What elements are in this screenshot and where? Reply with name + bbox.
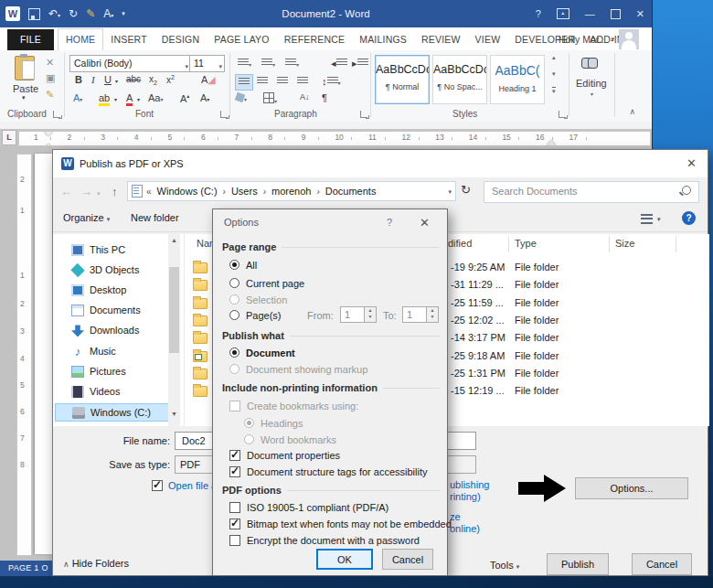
sidebar-item-desktop[interactable]: Desktop [55, 282, 169, 300]
vertical-ruler[interactable]: 2112345678 [16, 154, 32, 556]
justify-button[interactable] [297, 76, 308, 87]
underline-dropdown-icon[interactable]: ▾ [115, 78, 118, 84]
shading-icon[interactable]: ▾ [236, 92, 247, 103]
publish-button[interactable]: Publish [547, 553, 609, 575]
history-dropdown-icon[interactable]: ▾ [97, 190, 101, 198]
scroll-down-icon[interactable]: ▼ [168, 409, 180, 420]
grow-font-icon[interactable]: A▴ [180, 92, 189, 104]
sidebar-item-3d-objects[interactable]: 3D Objects [55, 262, 169, 280]
radio-pages[interactable]: Page(s) [229, 308, 282, 322]
horizontal-ruler[interactable]: 1234567891011121314151617 [18, 131, 651, 146]
tools-button[interactable]: Tools ▾ [490, 560, 519, 571]
italic-button[interactable]: I [91, 74, 95, 85]
sidebar-item-documents[interactable]: Documents [55, 302, 169, 320]
close-icon[interactable]: ✕ [686, 156, 697, 170]
tab-page-layo[interactable]: PAGE LAYO [207, 29, 276, 50]
breadcrumb-item[interactable]: Users [229, 186, 260, 197]
tab-review[interactable]: REVIEW [414, 29, 468, 50]
view-dropdown-icon[interactable]: ▾ [657, 212, 661, 223]
strikethrough-button[interactable]: abc [126, 74, 141, 84]
format-painter-icon[interactable]: ✎ [46, 89, 54, 101]
options-button[interactable]: Options... [575, 477, 688, 499]
font-size-combo[interactable]: 11▾ [189, 55, 225, 72]
styles-more-icon[interactable]: ▾ [552, 87, 556, 95]
address-dropdown-icon[interactable]: ▾ [448, 188, 452, 196]
sidebar-item-this-pc[interactable]: This PC [55, 241, 169, 260]
font-name-combo[interactable]: Calibri (Body)▾ [69, 55, 191, 72]
font-launcher-icon[interactable] [220, 111, 228, 118]
numbering-icon[interactable]: ▾ [261, 58, 275, 69]
change-case-icon[interactable]: Aa▾ [148, 92, 163, 103]
style-card-1[interactable]: AaBbCcDc¶ No Spac... [432, 55, 487, 104]
increase-indent-icon[interactable]: ▸ [352, 58, 368, 69]
view-options-icon[interactable] [641, 214, 653, 224]
shrink-font-icon[interactable]: A▾ [200, 92, 209, 103]
search-icon[interactable] [682, 186, 691, 195]
paste-dropdown-icon[interactable]: ▾ [22, 94, 26, 102]
breadcrumb-item[interactable]: Documents [324, 186, 378, 197]
tab-home[interactable]: HOME [58, 28, 103, 50]
align-left-button[interactable] [235, 74, 253, 91]
scroll-up-icon[interactable]: ▲ [168, 235, 180, 246]
radio-all[interactable]: All [229, 258, 257, 272]
from-spinner[interactable]: 1▲▼ [340, 306, 377, 323]
tab-stop-selector[interactable]: L [2, 130, 16, 145]
account-area[interactable]: Holly Mor... ▾ [559, 27, 639, 50]
to-spinner[interactable]: 1▲▼ [402, 306, 439, 323]
open-after-checkbox[interactable] [152, 480, 163, 491]
decrease-indent-icon[interactable]: ◂ [331, 58, 347, 69]
style-card-0[interactable]: AaBbCcDc¶ Normal [375, 55, 430, 104]
sidebar-item-pictures[interactable]: Pictures [55, 363, 169, 381]
clipboard-launcher-icon[interactable] [53, 111, 60, 118]
help-icon[interactable]: ? [387, 217, 392, 228]
underline-button[interactable]: U [104, 74, 112, 85]
up-icon[interactable]: ↑ [112, 185, 118, 198]
close-icon[interactable]: ✕ [636, 8, 644, 20]
bold-button[interactable]: B [75, 74, 82, 85]
align-center-button[interactable] [257, 76, 268, 87]
multilevel-list-icon[interactable]: ▾ [285, 58, 299, 69]
right-indent-marker[interactable] [547, 135, 556, 146]
refresh-icon[interactable]: ↻ [461, 183, 471, 197]
maximize-icon[interactable] [611, 9, 621, 19]
close-icon[interactable]: ✕ [420, 216, 430, 230]
checkbox-encrypt[interactable]: Encrypt the document with a password [229, 533, 420, 547]
tab-insert[interactable]: INSERT [103, 29, 154, 50]
minimize-icon[interactable]: — [585, 8, 595, 19]
back-icon[interactable]: ← [60, 185, 72, 198]
style-card-2[interactable]: AaBbC(Heading 1 [490, 55, 545, 104]
cancel-button[interactable]: Cancel [632, 553, 692, 575]
sidebar-item-windows-c-[interactable]: Windows (C:) [55, 403, 169, 422]
text-effects-icon[interactable]: A▾ [73, 92, 82, 103]
sidebar-item-music[interactable]: ♪Music [55, 343, 169, 361]
forward-icon[interactable]: → [80, 185, 92, 198]
superscript-button[interactable]: x2 [166, 74, 175, 85]
radio-current-page[interactable]: Current page [229, 276, 304, 290]
show-paragraph-marks-icon[interactable]: ¶ [322, 92, 327, 103]
breadcrumb-item[interactable]: morenoh [270, 186, 313, 197]
tab-file[interactable]: FILE [7, 29, 54, 50]
options-cancel-button[interactable]: Cancel [382, 549, 433, 570]
font-color-icon[interactable]: A [126, 92, 133, 106]
tab-design[interactable]: DESIGN [154, 29, 207, 50]
ribbon-display-icon[interactable]: ▴ [557, 8, 569, 19]
styles-launcher-icon[interactable] [559, 111, 566, 118]
editing-button[interactable]: Editing [576, 78, 607, 89]
editing-dropdown-icon[interactable]: ▾ [591, 91, 593, 97]
scrollbar-thumb[interactable] [169, 267, 179, 353]
column-header-size[interactable]: Size [615, 238, 634, 249]
breadcrumb-item[interactable]: Windows (C:) [155, 186, 219, 197]
help-icon[interactable]: ? [536, 8, 541, 19]
align-right-button[interactable] [277, 76, 288, 87]
styles-scroll-up-icon[interactable]: ▴ [552, 54, 556, 61]
hide-folders-button[interactable]: ∧ Hide Folders [63, 558, 129, 569]
checkbox-iso-compliant[interactable]: ISO 19005-1 compliant (PDF/A) [229, 500, 388, 514]
paragraph-launcher-icon[interactable] [360, 111, 367, 118]
styles-scroll-down-icon[interactable]: ▾ [552, 70, 556, 78]
tab-view[interactable]: VIEW [468, 29, 508, 50]
collapse-ribbon-icon[interactable]: ∧ [629, 107, 635, 116]
sidebar-item-downloads[interactable]: Downloads [55, 322, 169, 340]
ok-button[interactable]: OK [316, 549, 373, 570]
new-folder-button[interactable]: New folder [131, 212, 179, 223]
nav-scrollbar[interactable]: ▲ ▼ [168, 234, 180, 426]
